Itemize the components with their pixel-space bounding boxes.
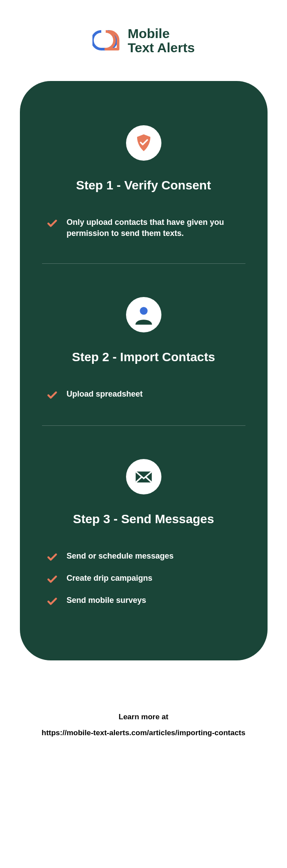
- step-3: Step 3 - Send Messages Send or schedule …: [42, 459, 245, 607]
- logo-line2: Text Alerts: [128, 41, 195, 55]
- list-item: Send mobile surveys: [46, 595, 241, 607]
- svg-point-0: [140, 307, 148, 315]
- logo-line1: Mobile: [128, 27, 195, 41]
- step-2: Step 2 - Import Contacts Upload spreadsh…: [42, 297, 245, 401]
- list-item: Upload spreadsheet: [46, 389, 241, 401]
- footer: Learn more at https://mobile-text-alerts…: [42, 709, 245, 741]
- logo-text: Mobile Text Alerts: [128, 27, 195, 54]
- step-1-title: Step 1 - Verify Consent: [76, 178, 211, 193]
- logo-mark-icon: [92, 29, 122, 53]
- footer-line1: Learn more at: [42, 709, 245, 725]
- check-icon: [46, 574, 58, 585]
- shield-check-icon: [126, 125, 161, 161]
- divider: [42, 425, 245, 426]
- item-text: Send or schedule messages: [67, 551, 174, 562]
- divider: [42, 263, 245, 264]
- logo: Mobile Text Alerts: [92, 27, 195, 54]
- step-2-items: Upload spreadsheet: [42, 389, 245, 401]
- list-item: Create drip campaigns: [46, 573, 241, 585]
- list-item: Send or schedule messages: [46, 551, 241, 563]
- list-item: Only upload contacts that have given you…: [46, 217, 241, 239]
- check-icon: [46, 218, 58, 229]
- item-text: Only upload contacts that have given you…: [67, 217, 241, 239]
- item-text: Send mobile surveys: [67, 595, 146, 606]
- step-1-items: Only upload contacts that have given you…: [42, 217, 245, 239]
- envelope-icon: [126, 459, 161, 494]
- check-icon: [46, 596, 58, 607]
- check-icon: [46, 552, 58, 563]
- steps-card: Step 1 - Verify Consent Only upload cont…: [20, 81, 268, 660]
- step-1: Step 1 - Verify Consent Only upload cont…: [42, 125, 245, 239]
- step-2-title: Step 2 - Import Contacts: [72, 350, 215, 364]
- item-text: Create drip campaigns: [67, 573, 153, 584]
- person-icon: [126, 297, 161, 332]
- check-icon: [46, 390, 58, 401]
- step-3-items: Send or schedule messages Create drip ca…: [42, 551, 245, 607]
- footer-line2: https://mobile-text-alerts.com/articles/…: [42, 725, 245, 741]
- item-text: Upload spreadsheet: [67, 389, 143, 400]
- step-3-title: Step 3 - Send Messages: [73, 512, 214, 526]
